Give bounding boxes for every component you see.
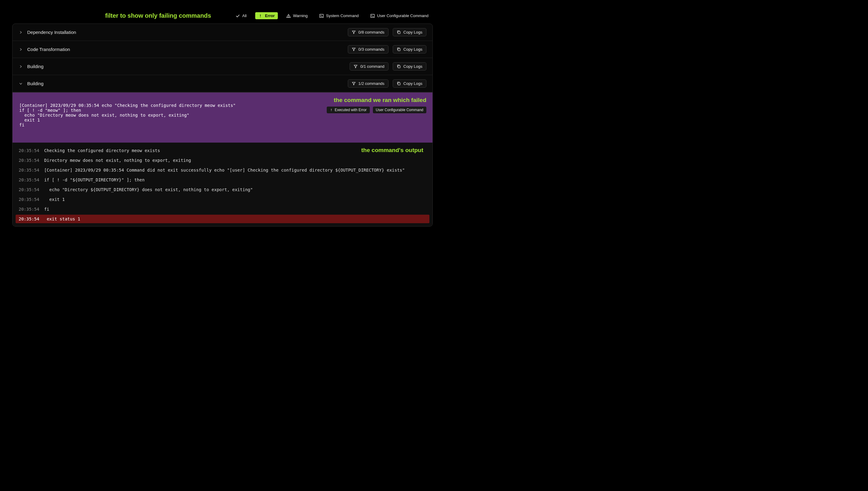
commands-count-button[interactable]: 0/1 command bbox=[350, 62, 388, 70]
user-terminal-icon bbox=[371, 14, 375, 18]
chevron-right-icon bbox=[19, 64, 23, 69]
svg-rect-10 bbox=[331, 109, 331, 110]
log-message: fi bbox=[44, 207, 49, 211]
copy-logs-button[interactable]: Copy Logs bbox=[393, 28, 426, 36]
copy-logs-label: Copy Logs bbox=[403, 64, 423, 69]
failing-command-block: [Container] 2023/09/29 00:35:54 echo "Ch… bbox=[12, 92, 432, 143]
copy-icon bbox=[397, 82, 401, 86]
section-title: Building bbox=[27, 81, 44, 86]
svg-rect-5 bbox=[371, 14, 374, 18]
type-badge-label: User Configurable Command bbox=[376, 108, 423, 112]
filter-caption: filter to show only failing commands bbox=[13, 12, 211, 19]
commands-count-label: 0/3 commands bbox=[358, 47, 384, 52]
log-timestamp: 20:35:54 bbox=[19, 177, 39, 182]
svg-rect-9 bbox=[398, 83, 400, 85]
filter-icon bbox=[352, 82, 356, 86]
copy-logs-button[interactable]: Copy Logs bbox=[393, 62, 426, 70]
commands-count-label: 1/2 commands bbox=[358, 81, 384, 86]
log-timestamp: 20:35:54 bbox=[19, 216, 39, 221]
log-timestamp: 20:35:54 bbox=[19, 187, 39, 192]
svg-rect-7 bbox=[398, 49, 400, 51]
filter-label: User Configurable Command bbox=[377, 13, 429, 18]
log-line: 20:35:54if [ ! -d "${OUTPUT_DIRECTORY}" … bbox=[16, 176, 429, 184]
copy-icon bbox=[397, 47, 401, 52]
filters-row: filter to show only failing commands All… bbox=[12, 12, 433, 19]
section-dependency-installation[interactable]: Dependency Installation 0/8 commands Cop… bbox=[12, 24, 432, 41]
chevron-right-icon bbox=[19, 47, 23, 52]
command-output-block: the command's output 20:35:54Checking th… bbox=[12, 143, 432, 226]
svg-rect-8 bbox=[398, 66, 400, 68]
filter-icon bbox=[354, 64, 358, 69]
exclaim-icon bbox=[258, 14, 263, 18]
svg-rect-0 bbox=[260, 15, 261, 16]
copy-logs-label: Copy Logs bbox=[403, 81, 423, 86]
log-timestamp: 20:35:54 bbox=[19, 158, 39, 163]
commands-count-label: 0/8 commands bbox=[358, 30, 384, 34]
log-message: [Container] 2023/09/29 00:35:54 Command … bbox=[44, 168, 405, 173]
section-title: Building bbox=[27, 64, 44, 69]
log-line: 20:35:54Directory meow does not exist, n… bbox=[16, 156, 429, 165]
chevron-right-icon bbox=[19, 30, 23, 34]
failing-command-text: [Container] 2023/09/29 00:35:54 echo "Ch… bbox=[19, 103, 236, 127]
copy-logs-label: Copy Logs bbox=[403, 30, 423, 34]
svg-rect-1 bbox=[260, 17, 261, 18]
filter-icon bbox=[352, 47, 356, 52]
chevron-down-icon bbox=[19, 82, 23, 86]
check-icon bbox=[236, 14, 240, 18]
filter-label: Error bbox=[265, 13, 275, 18]
filter-label: All bbox=[242, 13, 247, 18]
section-code-transformation[interactable]: Code Transformation 0/3 commands Copy Lo… bbox=[12, 41, 432, 58]
commands-count-button[interactable]: 0/8 commands bbox=[348, 28, 388, 36]
exclaim-icon bbox=[330, 108, 333, 111]
log-timestamp: 20:35:54 bbox=[19, 197, 39, 202]
status-badge: Executed with Error bbox=[327, 107, 370, 113]
filter-label: Warning bbox=[293, 13, 308, 18]
log-line: 20:35:54 exit 1 bbox=[16, 195, 429, 204]
filter-user-command[interactable]: User Configurable Command bbox=[368, 12, 432, 19]
log-message: if [ ! -d "${OUTPUT_DIRECTORY}" ]; then bbox=[44, 177, 144, 182]
section-title: Dependency Installation bbox=[27, 30, 76, 35]
log-line: 20:35:54fi bbox=[16, 205, 429, 213]
commands-count-label: 0/1 command bbox=[360, 64, 384, 69]
copy-icon bbox=[397, 64, 401, 69]
filter-icon bbox=[352, 30, 356, 34]
copy-icon bbox=[397, 30, 401, 34]
copy-logs-button[interactable]: Copy Logs bbox=[393, 79, 426, 88]
warning-icon bbox=[287, 14, 291, 18]
svg-rect-6 bbox=[398, 31, 400, 34]
section-building-2[interactable]: Building 1/2 commands Copy Logs bbox=[12, 75, 432, 92]
commands-count-button[interactable]: 1/2 commands bbox=[348, 79, 388, 88]
svg-rect-11 bbox=[331, 111, 331, 111]
filter-label: System Command bbox=[326, 13, 359, 18]
filter-error[interactable]: Error bbox=[255, 12, 278, 19]
filter-system-command[interactable]: System Command bbox=[316, 12, 362, 19]
status-badge-label: Executed with Error bbox=[335, 108, 367, 112]
log-line: 20:35:54 exit status 1 bbox=[16, 215, 429, 223]
log-message: Directory meow does not exist, nothing t… bbox=[44, 158, 191, 163]
log-panel: Dependency Installation 0/8 commands Cop… bbox=[12, 24, 433, 227]
terminal-icon bbox=[319, 14, 324, 18]
copy-logs-label: Copy Logs bbox=[403, 47, 423, 52]
type-badge: User Configurable Command bbox=[373, 107, 426, 113]
log-timestamp: 20:35:54 bbox=[19, 168, 39, 173]
log-line: 20:35:54 echo "Directory ${OUTPUT_DIRECT… bbox=[16, 185, 429, 194]
log-timestamp: 20:35:54 bbox=[19, 148, 39, 153]
log-message: Checking the configured directory meow e… bbox=[44, 148, 160, 153]
section-title: Code Transformation bbox=[27, 47, 70, 52]
svg-point-3 bbox=[288, 17, 289, 17]
output-caption: the command's output bbox=[361, 147, 423, 153]
log-message: exit status 1 bbox=[44, 216, 80, 221]
log-message: echo "Directory ${OUTPUT_DIRECTORY} does… bbox=[44, 187, 253, 192]
log-timestamp: 20:35:54 bbox=[19, 207, 39, 211]
commands-count-button[interactable]: 0/3 commands bbox=[348, 45, 388, 53]
copy-logs-button[interactable]: Copy Logs bbox=[393, 45, 426, 53]
log-message: exit 1 bbox=[44, 197, 64, 202]
failing-command-caption: the command we ran which failed bbox=[334, 97, 426, 104]
filter-all[interactable]: All bbox=[233, 12, 250, 19]
section-building-1[interactable]: Building 0/1 command Copy Logs bbox=[12, 58, 432, 75]
filter-warning[interactable]: Warning bbox=[283, 12, 311, 19]
log-line: 20:35:54[Container] 2023/09/29 00:35:54 … bbox=[16, 166, 429, 174]
